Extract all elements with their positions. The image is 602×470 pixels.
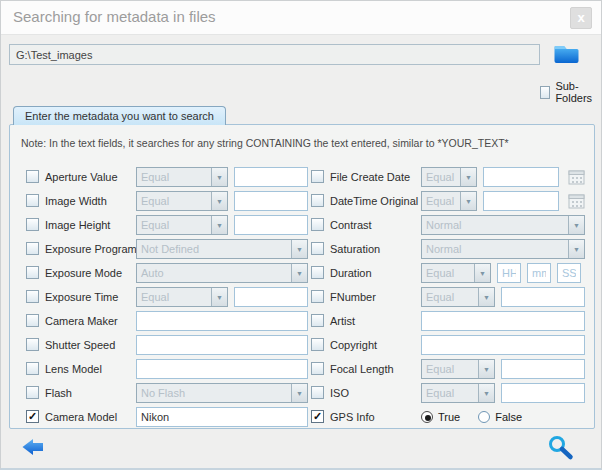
metadata-row-focal-length: Focal LengthEqual▼: [303, 357, 595, 381]
checkbox-gps-info[interactable]: ✓: [311, 410, 324, 423]
select-value: Equal: [422, 387, 478, 399]
field-label: Flash: [45, 381, 72, 405]
folder-path-input[interactable]: [9, 44, 540, 65]
metadata-row-artist: Artist: [303, 309, 595, 333]
select-flash[interactable]: No Flash▼: [136, 383, 308, 403]
input-image-width[interactable]: [234, 191, 308, 211]
input-copyright[interactable]: [421, 335, 585, 355]
input-exposure-time[interactable]: [234, 287, 308, 307]
close-button[interactable]: x: [570, 7, 592, 29]
metadata-column-left: Aperture ValueEqual▼Image WidthEqual▼Ima…: [9, 165, 303, 429]
calendar-button[interactable]: [568, 193, 585, 209]
input-lens-model[interactable]: [136, 359, 308, 379]
select-saturation[interactable]: Normal▼: [421, 239, 585, 259]
chevron-down-icon: ▼: [478, 384, 494, 402]
metadata-search-dialog: Searching for metadata in files x Sub-Fo…: [0, 0, 602, 470]
select-duration[interactable]: Equal▼: [421, 263, 491, 283]
back-button[interactable]: [21, 436, 49, 460]
input-image-height[interactable]: [234, 215, 308, 235]
checkbox-shutter-speed[interactable]: [26, 338, 39, 351]
browse-folder-button[interactable]: [552, 40, 580, 66]
checkbox-fnumber[interactable]: [311, 290, 324, 303]
title-bar: Searching for metadata in files x: [1, 1, 601, 35]
calendar-button[interactable]: [568, 169, 585, 185]
checkbox-iso[interactable]: [311, 386, 324, 399]
row-controls: Equal▼: [421, 287, 585, 307]
select-datetime-original[interactable]: Equal▼: [421, 191, 477, 211]
input-fnumber[interactable]: [501, 287, 585, 307]
search-icon: [546, 433, 576, 463]
input-artist[interactable]: [421, 311, 585, 331]
field-label: File Create Date: [330, 165, 410, 189]
select-focal-length[interactable]: Equal▼: [421, 359, 495, 379]
input-camera-model[interactable]: [136, 407, 308, 427]
input-focal-length[interactable]: [501, 359, 585, 379]
subfolders-checkbox[interactable]: [540, 86, 550, 99]
field-label: Exposure Mode: [45, 261, 122, 285]
row-controls: Equal▼: [136, 215, 308, 235]
checkbox-lens-model[interactable]: [26, 362, 39, 375]
input-file-create-date[interactable]: [483, 167, 559, 187]
checkbox-flash[interactable]: [26, 386, 39, 399]
row-controls: Equal▼: [421, 167, 585, 187]
radio-false[interactable]: False: [478, 411, 522, 423]
metadata-row-image-height: Image HeightEqual▼: [9, 213, 303, 237]
select-exposure-program[interactable]: Not Defined▼: [136, 239, 308, 259]
row-controls: [136, 359, 308, 379]
chevron-down-icon: ▼: [478, 360, 494, 378]
select-exposure-mode[interactable]: Auto▼: [136, 263, 308, 283]
checkbox-aperture-value[interactable]: [26, 170, 39, 183]
checkbox-exposure-time[interactable]: [26, 290, 39, 303]
checkbox-file-create-date[interactable]: [311, 170, 324, 183]
chevron-down-icon: ▼: [478, 288, 494, 306]
row-controls: Normal▼: [421, 239, 585, 259]
checkbox-camera-model[interactable]: ✓: [26, 410, 39, 423]
metadata-column-right: File Create DateEqual▼DateTime OriginalE…: [303, 165, 595, 429]
input-shutter-speed[interactable]: [136, 335, 308, 355]
select-fnumber[interactable]: Equal▼: [421, 287, 495, 307]
row-controls: Not Defined▼: [136, 239, 308, 259]
input-aperture-value[interactable]: [234, 167, 308, 187]
checkbox-camera-maker[interactable]: [26, 314, 39, 327]
metadata-row-image-width: Image WidthEqual▼: [9, 189, 303, 213]
select-file-create-date[interactable]: Equal▼: [421, 167, 477, 187]
metadata-row-file-create-date: File Create DateEqual▼: [303, 165, 595, 189]
checkbox-image-width[interactable]: [26, 194, 39, 207]
select-aperture-value[interactable]: Equal▼: [136, 167, 228, 187]
radio-true[interactable]: True: [421, 411, 460, 423]
select-contrast[interactable]: Normal▼: [421, 215, 585, 235]
checkbox-copyright[interactable]: [311, 338, 324, 351]
row-controls: TrueFalse: [421, 407, 585, 427]
field-label: Exposure Time: [45, 285, 118, 309]
select-iso[interactable]: Equal▼: [421, 383, 495, 403]
subfolders-option: Sub-Folders: [540, 80, 601, 104]
select-value: Normal: [422, 243, 568, 255]
checkbox-image-height[interactable]: [26, 218, 39, 231]
checkbox-duration[interactable]: [311, 266, 324, 279]
input-datetime-original[interactable]: [483, 191, 559, 211]
checkbox-exposure-program[interactable]: [26, 242, 39, 255]
metadata-row-duration: DurationEqual▼: [303, 261, 595, 285]
select-image-width[interactable]: Equal▼: [136, 191, 228, 211]
search-button[interactable]: [546, 433, 576, 463]
select-image-height[interactable]: Equal▼: [136, 215, 228, 235]
metadata-row-iso: ISOEqual▼: [303, 381, 595, 405]
checkbox-datetime-original[interactable]: [311, 194, 324, 207]
field-label: Camera Maker: [45, 309, 118, 333]
checkbox-artist[interactable]: [311, 314, 324, 327]
input-camera-maker[interactable]: [136, 311, 308, 331]
select-value: Equal: [137, 219, 211, 231]
select-value: Not Defined: [137, 243, 291, 255]
checkbox-contrast[interactable]: [311, 218, 324, 231]
input-duration-hh[interactable]: [497, 263, 521, 283]
field-label: FNumber: [330, 285, 376, 309]
checkbox-exposure-mode[interactable]: [26, 266, 39, 279]
input-duration-mm[interactable]: [527, 263, 551, 283]
row-controls: [136, 335, 308, 355]
input-iso[interactable]: [501, 383, 585, 403]
input-duration-ss[interactable]: [557, 263, 581, 283]
checkbox-focal-length[interactable]: [311, 362, 324, 375]
select-exposure-time[interactable]: Equal▼: [136, 287, 228, 307]
tab-enter-metadata[interactable]: Enter the metadata you want to search: [13, 106, 226, 125]
checkbox-saturation[interactable]: [311, 242, 324, 255]
